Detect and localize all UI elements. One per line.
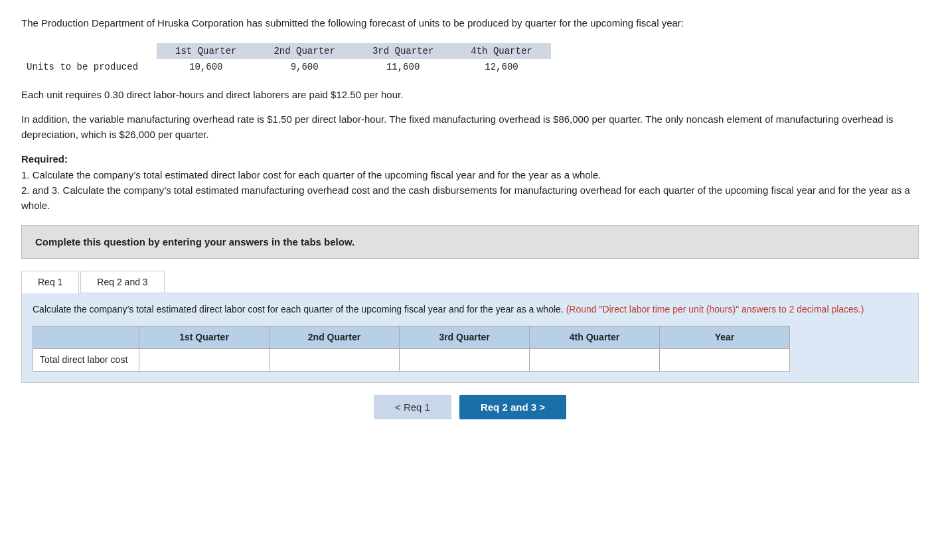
answer-header-q4: 4th Quarter [530,326,660,349]
answer-cell-q4[interactable] [530,349,660,372]
forecast-val-q2: 9,600 [255,59,353,75]
answer-cell-q3[interactable] [400,349,530,372]
tab-req2and3-label: Req 2 and 3 [97,277,147,287]
answer-table: 1st Quarter 2nd Quarter 3rd Quarter 4th … [33,326,790,372]
forecast-row-label: Units to be produced [21,59,157,75]
answer-cell-q2[interactable] [270,349,400,372]
intro-paragraph: The Production Department of Hruska Corp… [21,16,919,31]
prev-button[interactable]: Req 1 [374,395,451,419]
forecast-header-q1: 1st Quarter [157,43,255,59]
next-button-label: Req 2 and 3 [481,401,536,413]
complete-box: Complete this question by entering your … [21,225,919,259]
paragraph-labor: Each unit requires 0.30 direct labor-hou… [21,87,919,102]
tabs-container: Req 1 Req 2 and 3 Calculate the company’… [21,271,919,383]
prev-button-label: Req 1 [404,401,430,413]
answer-cell-year[interactable] [660,349,790,372]
answer-header-year: Year [660,326,790,349]
answer-row-label: Total direct labor cost [33,349,139,372]
answer-header-q1: 1st Quarter [139,326,270,349]
required-section: Required: 1. Calculate the company’s tot… [21,151,919,213]
tab1-note: (Round "Direct labor time per unit (hour… [566,304,864,315]
answer-input-year[interactable] [666,354,783,365]
answer-input-q1[interactable] [146,354,262,365]
answer-input-q2[interactable] [276,354,392,365]
tab1-description: Calculate the company’s total estimated … [33,304,564,315]
forecast-header-q2: 2nd Quarter [255,43,353,59]
tab1-content: Calculate the company’s total estimated … [21,293,919,383]
forecast-val-q4: 12,600 [452,59,550,75]
forecast-table: 1st Quarter 2nd Quarter 3rd Quarter 4th … [21,43,551,75]
answer-input-q3[interactable] [406,354,522,365]
complete-box-text: Complete this question by entering your … [35,236,354,247]
forecast-header-q4: 4th Quarter [452,43,550,59]
paragraph-overhead: In addition, the variable manufacturing … [21,111,919,143]
forecast-val-q1: 10,600 [157,59,255,75]
tab-req1-label: Req 1 [38,277,62,287]
required-label: Required: [21,153,68,165]
answer-input-q4[interactable] [536,354,653,365]
forecast-header-q3: 3rd Quarter [354,43,452,59]
tab-req1[interactable]: Req 1 [21,271,79,293]
answer-cell-q1[interactable] [139,349,270,372]
required-item2: 2. and 3. Calculate the company’s total … [21,184,910,211]
answer-header-q3: 3rd Quarter [400,326,530,349]
forecast-val-q3: 11,600 [354,59,452,75]
required-item1: 1. Calculate the company’s total estimat… [21,169,601,180]
nav-buttons: Req 1 Req 2 and 3 [21,395,919,419]
tab-req2and3[interactable]: Req 2 and 3 [80,271,164,293]
next-button[interactable]: Req 2 and 3 [459,395,566,419]
tabs-row: Req 1 Req 2 and 3 [21,271,919,293]
answer-header-q2: 2nd Quarter [270,326,400,349]
